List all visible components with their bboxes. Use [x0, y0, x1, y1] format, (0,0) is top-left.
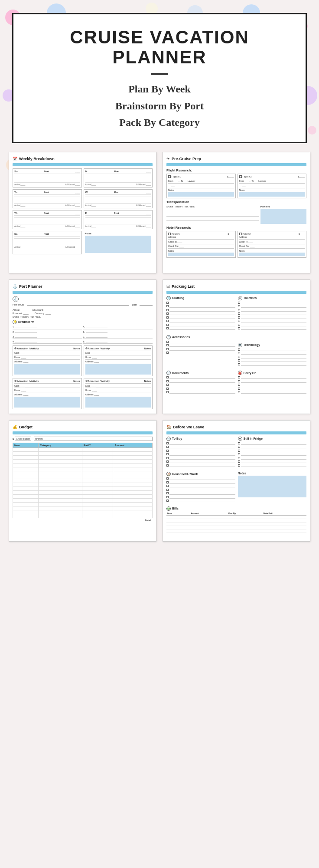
table-row: [13, 467, 153, 471]
table-row: [13, 471, 153, 475]
activity-4: ④ Attraction / ActivityNotes Cost: ____ …: [84, 378, 153, 409]
budget-blue-bar: [13, 431, 153, 434]
bwl-grid: 🛒 To Buy ❄ Still in Fridge: [166, 437, 306, 505]
toiletries-icon: ✂: [238, 296, 242, 300]
port-planner-card: ⚓ Port Planner ⚓ Port of Call Date Arriv…: [9, 279, 156, 414]
day-f: FPort____ Arrival____All Aboard____: [84, 210, 153, 229]
budget-icon: 💰: [13, 425, 17, 429]
table-row: [13, 459, 153, 463]
weekly-icon: 📅: [13, 157, 17, 161]
activity-2-notes: [85, 364, 151, 375]
bills-col-item: Item: [166, 512, 190, 516]
table-row: [13, 483, 153, 487]
activity-3: ③ Attraction / ActivityNotes Cost: ____ …: [13, 378, 82, 409]
table-row: [13, 447, 153, 451]
documents-icon: 📄: [166, 371, 171, 375]
bills-row: [166, 519, 306, 522]
flight-research-label: Flight Research:: [166, 168, 306, 172]
bwl-icon: 🏠: [166, 425, 171, 429]
table-row: [13, 494, 153, 498]
table-row: [13, 514, 153, 518]
weekly-notes-box: [85, 236, 152, 253]
weekly-title: Weekly Breakdown: [19, 157, 55, 161]
total-label: Total: [145, 519, 151, 522]
fridge-icon: ❄: [238, 437, 242, 441]
toiletries-section: ✂ Toiletries: [238, 296, 307, 331]
bills-row: [166, 529, 306, 533]
itinerary-field[interactable]: Itinerary: [34, 437, 153, 441]
col-category: Category: [39, 443, 82, 447]
port-transport-line: Shuttle / Tender / Train / Taxi /: [13, 316, 153, 318]
table-row: [13, 487, 153, 490]
bwl-notes-label: Notes: [238, 472, 246, 475]
household-section: 🏠 Household / Work: [166, 472, 235, 503]
accessories-label: Accessories: [172, 335, 190, 339]
table-row: [13, 510, 153, 514]
weekly-breakdown-card: 📅 Weekly Breakdown SuPort____ Arrival___…: [9, 152, 156, 273]
budget-total-row: Total: [13, 519, 153, 522]
day-sa: SaPort____ Arrival____All Aboard____: [13, 231, 82, 254]
hotel1-box: Hotel #1 $____ Address ____ Check In ___…: [166, 231, 236, 258]
day-m: MPort____ Arrival____All Aboard____: [84, 168, 153, 187]
budget-card: 💰 Budget $ Cruise Budget Itinerary: [9, 420, 156, 542]
bills-icon: 💵: [166, 506, 171, 511]
bwl-notes-box: [238, 476, 307, 497]
day-su: SuPort____ Arrival____All Aboard____: [13, 168, 82, 187]
cruise-budget-field[interactable]: Cruise Budget: [15, 437, 31, 441]
packing-icon: ☑: [166, 284, 170, 289]
day-w: WPort____ Arrival____All Aboard____: [84, 189, 153, 208]
table-row: [13, 463, 153, 467]
still-in-fridge-section: ❄ Still in Fridge: [238, 437, 307, 468]
activity-1: ① Attraction / ActivityNotes Cost: ____ …: [13, 345, 82, 377]
activity-3-notes: [14, 397, 80, 408]
cruise-budget-placeholder: Cruise Budget: [16, 437, 30, 440]
fridge-label: Still in Fridge: [244, 437, 263, 440]
port-blue-bar: [13, 291, 153, 294]
itinerary-placeholder: Itinerary: [35, 437, 43, 440]
clothing-label: Clothing: [172, 296, 184, 299]
brainstorm-icon: 💡: [13, 320, 17, 324]
bwl-notes-section: Notes: [238, 472, 307, 503]
documents-section: 📄 Documents: [166, 371, 235, 395]
budget-top-row: $ Cruise Budget Itinerary: [13, 437, 153, 441]
carryon-label: Carry On: [244, 372, 257, 375]
day-tu: TuPort____ Arrival____All Aboard____: [13, 189, 82, 208]
port-forecast-line: Forecast: ____ Currency: ____: [13, 312, 153, 315]
technology-label: Technology: [244, 343, 260, 346]
col-item: Item: [13, 443, 39, 447]
transport-row: Shuttle / Tender / Train / Taxi / Pier I…: [166, 205, 306, 224]
bills-label: Bills: [172, 507, 179, 510]
bills-col-dueby: Due By: [228, 512, 262, 516]
brainstorm-label: Brainstorm: [18, 320, 34, 323]
clothing-section: 👕 Clothing: [166, 296, 235, 331]
bills-row: [166, 515, 306, 519]
table-row: [13, 502, 153, 506]
pier-info-box: [260, 209, 306, 224]
precruise-blue-bar: [166, 163, 306, 166]
toiletries-label: Toiletries: [244, 296, 257, 299]
before-we-leave-card: 🏠 Before We Leave 🛒 To Buy: [163, 420, 310, 542]
bwl-title: Before We Leave: [173, 425, 204, 429]
hotel-research-label: Hotel Research:: [166, 226, 306, 230]
household-icon: 🏠: [166, 472, 171, 476]
hero-divider: [151, 73, 168, 75]
hero-title: CRUISE VACATIONPLANNER: [22, 27, 297, 67]
budget-title: Budget: [19, 425, 33, 429]
col-paid: Paid?: [82, 443, 113, 447]
to-buy-label: To Buy: [172, 437, 182, 440]
table-row: [13, 506, 153, 510]
weekly-blue-bar: [13, 163, 153, 166]
activity-4-notes: [85, 397, 151, 408]
packing-blue-bar: [166, 291, 306, 294]
bills-row: [166, 522, 306, 526]
bills-table: Item Amount Due By Date Paid: [166, 512, 306, 533]
activity-1-notes: [14, 364, 80, 375]
hotel2-box: Hotel #2 $____ Address ____ Check In ___…: [238, 231, 307, 258]
bills-col-amount: Amount: [190, 512, 228, 516]
weekly-days-grid: SuPort____ Arrival____All Aboard____ MPo…: [13, 168, 153, 229]
bwl-blue-bar: [166, 431, 306, 434]
technology-icon: 💻: [238, 343, 242, 347]
weekly-bottom-row: SaPort____ Arrival____All Aboard____ Not…: [13, 231, 153, 254]
table-row: [13, 498, 153, 502]
table-row: [13, 479, 153, 483]
